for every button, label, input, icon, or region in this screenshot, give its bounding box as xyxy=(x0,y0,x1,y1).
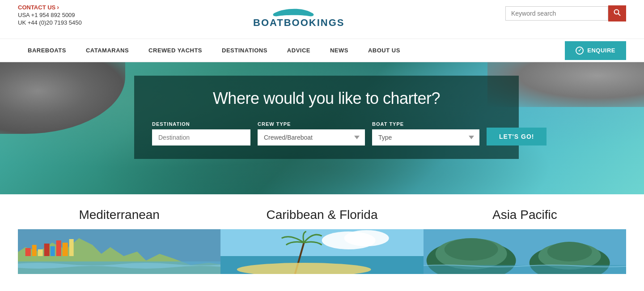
contact-us-link[interactable]: CONTACT US xyxy=(18,4,82,11)
svg-rect-6 xyxy=(38,249,43,256)
svg-text:BOATBOOKINGS: BOATBOOKINGS xyxy=(253,17,344,28)
nav-catamarans[interactable]: CATAMARANS xyxy=(76,39,139,62)
dest-image-caribbean[interactable] xyxy=(220,229,423,274)
hero-overlay: Where would you like to charter? DESTINA… xyxy=(134,76,519,159)
dest-image-mediterranean[interactable] xyxy=(18,229,220,274)
svg-line-2 xyxy=(619,14,621,16)
search-button[interactable] xyxy=(608,5,626,21)
contact-block: CONTACT US USA +1 954 892 5009 UK +44 (0… xyxy=(18,4,82,26)
charter-search-form: DESTINATION CREW TYPE Crewed/Bareboat Cr… xyxy=(152,121,501,146)
svg-point-1 xyxy=(614,10,619,14)
boat-type-label: BOAT TYPE xyxy=(372,121,479,127)
dest-image-asia-pacific[interactable] xyxy=(424,229,626,274)
nav-news[interactable]: NEWS xyxy=(320,39,358,62)
crew-type-select[interactable]: Crewed/Bareboat Crewed Bareboat xyxy=(258,129,365,146)
svg-rect-7 xyxy=(44,244,50,256)
destination-images xyxy=(18,229,626,274)
nav-destinations[interactable]: DESTINATIONS xyxy=(212,39,277,62)
svg-rect-13 xyxy=(220,229,423,256)
svg-rect-8 xyxy=(51,246,55,256)
boat-type-group: BOAT TYPE Type Monohull Catamaran Power xyxy=(372,121,479,146)
svg-point-15 xyxy=(344,230,389,246)
hero-section: Where would you like to charter? DESTINA… xyxy=(0,62,644,194)
nav-crewed-yachts[interactable]: CREWED YACHTS xyxy=(139,39,212,62)
destination-group: DESTINATION xyxy=(152,121,250,146)
nav-bareboats[interactable]: BAREBOATS xyxy=(18,39,76,62)
phone-usa: USA +1 954 892 5009 xyxy=(18,12,82,18)
svg-point-22 xyxy=(444,238,498,261)
destination-titles: Mediterranean Caribbean & Florida Asia P… xyxy=(18,208,626,229)
dest-title-asia-pacific[interactable]: Asia Pacific xyxy=(424,208,626,229)
dest-title-caribbean[interactable]: Caribbean & Florida xyxy=(220,208,423,229)
search-icon xyxy=(614,9,621,16)
top-bar: CONTACT US USA +1 954 892 5009 UK +44 (0… xyxy=(0,0,644,39)
search-input[interactable] xyxy=(505,6,608,21)
svg-rect-11 xyxy=(69,239,74,256)
svg-rect-9 xyxy=(56,240,61,256)
destination-input[interactable] xyxy=(152,129,250,146)
svg-rect-10 xyxy=(63,243,68,256)
svg-rect-5 xyxy=(32,245,37,256)
hero-title: Where would you like to charter? xyxy=(152,89,501,108)
svg-point-25 xyxy=(547,242,592,261)
logo[interactable]: BOATBOOKINGS xyxy=(231,4,356,35)
nav-about-us[interactable]: ABOUT US xyxy=(358,39,410,62)
search-area xyxy=(505,5,626,21)
enquire-button[interactable]: ✓ ENQUIRE xyxy=(565,41,626,60)
lets-go-button[interactable]: LET'S GO! xyxy=(487,128,547,146)
crew-type-label: CREW TYPE xyxy=(258,121,365,127)
nav-advice[interactable]: ADVICE xyxy=(277,39,320,62)
boat-type-select[interactable]: Type Monohull Catamaran Power xyxy=(372,129,479,146)
destinations-section: Mediterranean Caribbean & Florida Asia P… xyxy=(0,194,644,274)
destination-label: DESTINATION xyxy=(152,121,250,127)
crew-type-group: CREW TYPE Crewed/Bareboat Crewed Bareboa… xyxy=(258,121,365,146)
main-nav: BAREBOATS CATAMARANS CREWED YACHTS DESTI… xyxy=(0,39,644,62)
phone-uk: UK +44 (0)20 7193 5450 xyxy=(18,19,82,26)
dest-title-mediterranean[interactable]: Mediterranean xyxy=(18,208,220,229)
svg-rect-4 xyxy=(25,248,31,256)
check-circle-icon: ✓ xyxy=(576,47,584,55)
